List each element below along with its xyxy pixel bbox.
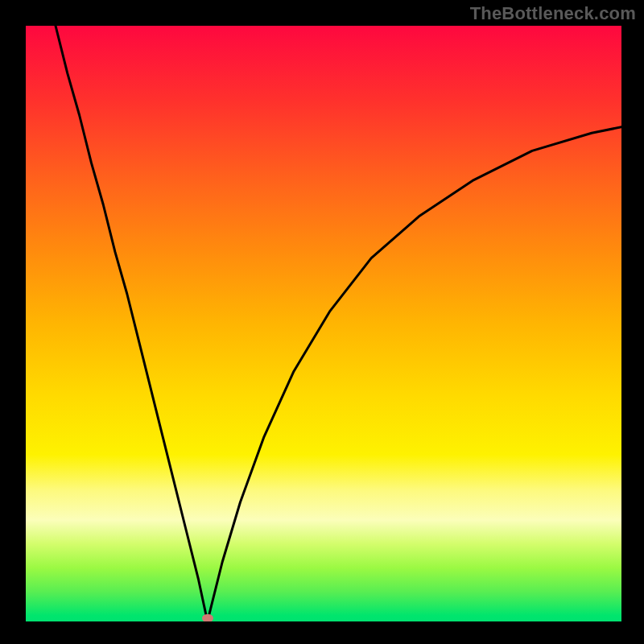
- plot-area: [26, 26, 621, 621]
- chart-frame: TheBottleneck.com: [0, 0, 644, 644]
- bottleneck-curve: [56, 26, 621, 621]
- curve-layer: [26, 26, 621, 621]
- watermark-text: TheBottleneck.com: [470, 3, 636, 24]
- min-marker: [202, 614, 213, 621]
